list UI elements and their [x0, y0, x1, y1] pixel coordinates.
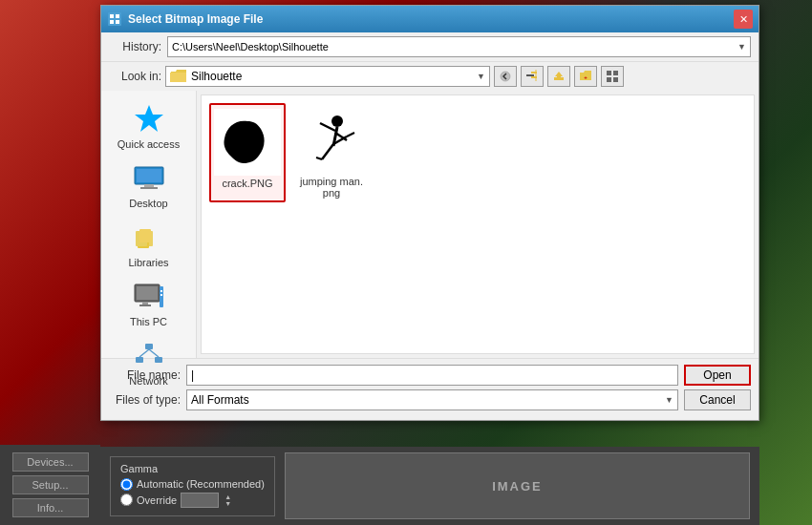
sidebar-item-this-pc[interactable]: This PC: [106, 276, 192, 331]
sidebar-quick-access-label: Quick access: [118, 138, 180, 150]
info-button[interactable]: Info...: [12, 498, 89, 517]
forward-button[interactable]: [521, 66, 544, 87]
svg-rect-13: [607, 71, 611, 75]
back-button[interactable]: [494, 66, 517, 87]
file-item-crack[interactable]: crack.PNG: [209, 103, 286, 202]
svg-rect-29: [139, 304, 151, 306]
image-preview-panel: IMAGE: [285, 452, 750, 519]
view-icon: [606, 70, 619, 83]
new-folder-icon: +: [579, 70, 592, 83]
folder-icon: [170, 70, 187, 83]
close-button[interactable]: ✕: [734, 10, 753, 29]
svg-rect-1: [110, 14, 114, 18]
svg-rect-16: [613, 77, 618, 82]
sidebar-item-network[interactable]: Network: [106, 335, 192, 390]
svg-point-40: [331, 116, 343, 127]
filename-row: File name: | Open: [109, 365, 751, 386]
filetype-chevron-icon: ▼: [665, 395, 673, 405]
gamma-up-icon[interactable]: ▲: [224, 494, 231, 500]
gamma-override-input[interactable]: 1.0: [181, 493, 219, 508]
setup-button[interactable]: Setup...: [12, 475, 89, 494]
history-chevron-icon: ▼: [737, 42, 746, 52]
svg-line-36: [139, 349, 149, 357]
file-item-jumping-man[interactable]: jumping man.png: [293, 103, 370, 202]
filetype-value: All Formats: [191, 393, 249, 407]
svg-rect-6: [526, 74, 534, 76]
lookin-value: Silhouette: [191, 70, 242, 83]
filename-input[interactable]: |: [186, 365, 678, 386]
filetype-label: Files of type:: [109, 393, 181, 407]
svg-line-37: [149, 349, 159, 357]
gamma-override-radio[interactable]: [120, 494, 133, 506]
svg-rect-35: [155, 357, 162, 363]
svg-rect-27: [137, 286, 158, 300]
svg-rect-34: [136, 357, 143, 363]
svg-rect-20: [144, 184, 154, 187]
gamma-title: Gamma: [120, 463, 265, 474]
forward-icon: [525, 70, 539, 83]
new-folder-button[interactable]: +: [574, 66, 597, 87]
desktop-icon: [132, 161, 166, 196]
content-area: Quick access Desktop: [101, 91, 759, 358]
svg-rect-11: [557, 74, 561, 78]
svg-rect-31: [160, 290, 162, 292]
title-bar-left: Select Bitmap Image File: [107, 11, 263, 27]
libraries-icon: [132, 220, 166, 255]
svg-rect-21: [140, 187, 158, 189]
filename-cursor: |: [191, 368, 194, 382]
svg-marker-17: [135, 105, 163, 132]
svg-rect-30: [160, 286, 163, 307]
lookin-label: Look in:: [109, 70, 161, 83]
sidebar-item-libraries[interactable]: Libraries: [106, 217, 192, 272]
svg-rect-4: [116, 20, 119, 24]
gamma-auto-radio[interactable]: [120, 478, 133, 491]
svg-rect-28: [142, 302, 148, 304]
svg-point-5: [501, 72, 510, 81]
crack-filename: crack.PNG: [222, 178, 272, 189]
filename-label: File name:: [109, 368, 181, 382]
this-pc-icon: [132, 280, 166, 314]
gamma-auto-label: Automatic (Recommended): [137, 478, 265, 490]
devices-button[interactable]: Devices...: [12, 452, 89, 472]
svg-rect-25: [139, 229, 151, 242]
sidebar-desktop-label: Desktop: [129, 198, 167, 209]
dialog-title: Select Bitmap Image File: [128, 12, 263, 26]
up-button[interactable]: [547, 66, 570, 87]
sidebar-libraries-label: Libraries: [128, 257, 168, 268]
sidebar-item-desktop[interactable]: Desktop: [106, 158, 192, 213]
lookin-dropdown[interactable]: Silhouette ▼: [165, 66, 490, 87]
filetype-dropdown[interactable]: All Formats ▼: [186, 389, 678, 410]
quick-access-icon: [132, 102, 166, 136]
gamma-override-row: Override 1.0 ▲ ▼: [120, 493, 265, 508]
gamma-override-label: Override: [137, 494, 177, 506]
lookin-chevron-icon: ▼: [477, 72, 485, 81]
cancel-button[interactable]: Cancel: [684, 389, 751, 410]
svg-rect-14: [613, 71, 618, 75]
open-button[interactable]: Open: [684, 365, 751, 386]
svg-rect-19: [137, 169, 161, 182]
history-label: History:: [109, 40, 161, 53]
view-toggle-button[interactable]: [601, 66, 624, 87]
filetype-row: Files of type: All Formats ▼ Cancel: [109, 389, 751, 410]
history-value: C:\Users\Neel\Desktop\Silhouette: [172, 41, 329, 52]
bottom-bar: File name: | Open Files of type: All For…: [101, 358, 759, 420]
file-area: crack.PNG: [201, 94, 755, 354]
image-label: IMAGE: [492, 479, 543, 494]
dialog-title-bar: Select Bitmap Image File ✕: [101, 6, 759, 32]
svg-text:+: +: [584, 74, 588, 80]
sidebar: Quick access Desktop: [101, 91, 197, 358]
svg-rect-32: [160, 294, 162, 296]
svg-rect-33: [145, 344, 153, 349]
gamma-panel: Gamma Automatic (Recommended) Override 1…: [110, 456, 275, 516]
gamma-auto-row: Automatic (Recommended): [120, 478, 265, 491]
history-dropdown[interactable]: C:\Users\Neel\Desktop\Silhouette ▼: [167, 36, 751, 57]
gamma-down-icon[interactable]: ▼: [224, 500, 231, 507]
sidebar-this-pc-label: This PC: [130, 316, 167, 327]
dialog-icon: [107, 11, 122, 27]
svg-rect-9: [535, 70, 537, 81]
lower-left-panel: Devices... Setup... Info...: [0, 445, 100, 525]
svg-rect-15: [607, 77, 611, 82]
jumping-man-filename: jumping man.png: [297, 176, 366, 199]
svg-rect-3: [110, 20, 114, 24]
sidebar-item-quick-access[interactable]: Quick access: [106, 98, 192, 154]
